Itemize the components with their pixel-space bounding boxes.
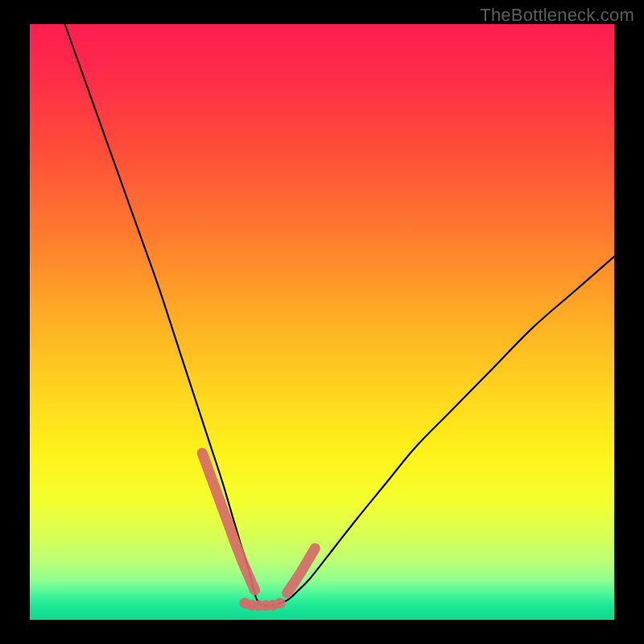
bottleneck-chart	[0, 0, 644, 644]
svg-point-5	[275, 597, 286, 609]
chart-stage: TheBottleneck.com	[0, 0, 644, 644]
gradient-background	[30, 24, 614, 620]
watermark-text: TheBottleneck.com	[480, 5, 634, 26]
